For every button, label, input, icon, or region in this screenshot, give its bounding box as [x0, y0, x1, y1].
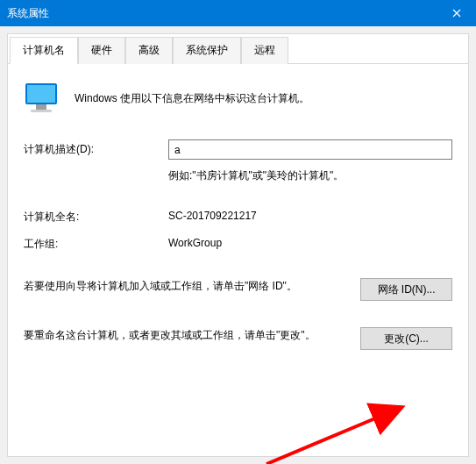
change-text: 要重命名这台计算机，或者更改其域或工作组，请单击"更改"。	[24, 327, 343, 344]
monitor-icon	[24, 82, 59, 115]
workgroup-label: 工作组:	[24, 237, 168, 252]
fullname-row: 计算机全名: SC-201709221217	[24, 210, 452, 225]
network-id-button[interactable]: 网络 ID(N)...	[360, 278, 452, 301]
dialog-body: 计算机名 硬件 高级 系统保护 远程 Windows 使用以下信息在网络中标识这…	[7, 33, 469, 457]
computer-name-panel: Windows 使用以下信息在网络中标识这台计算机。 计算机描述(D): 例如:…	[8, 64, 468, 368]
description-example: 例如:"书房计算机"或"美玲的计算机"。	[168, 168, 452, 183]
window-title: 系统属性	[7, 6, 49, 21]
workgroup-row: 工作组: WorkGroup	[24, 237, 452, 252]
tab-computer-name[interactable]: 计算机名	[10, 37, 78, 64]
intro-text: Windows 使用以下信息在网络中标识这台计算机。	[75, 91, 309, 106]
fullname-value: SC-201709221217	[168, 210, 452, 225]
close-button[interactable]	[437, 0, 476, 26]
svg-rect-2	[36, 104, 46, 110]
change-button[interactable]: 更改(C)...	[360, 327, 452, 350]
description-label: 计算机描述(D):	[24, 142, 168, 157]
network-id-row: 若要使用向导将计算机加入域或工作组，请单击"网络 ID"。 网络 ID(N)..…	[24, 278, 452, 301]
svg-rect-3	[31, 110, 52, 112]
workgroup-value: WorkGroup	[168, 237, 452, 252]
description-input[interactable]	[168, 139, 452, 160]
description-row: 计算机描述(D):	[24, 139, 452, 160]
intro-row: Windows 使用以下信息在网络中标识这台计算机。	[24, 82, 452, 115]
tab-remote[interactable]: 远程	[241, 37, 288, 64]
network-id-text: 若要使用向导将计算机加入域或工作组，请单击"网络 ID"。	[24, 278, 343, 295]
svg-rect-1	[27, 85, 55, 103]
change-row: 要重命名这台计算机，或者更改其域或工作组，请单击"更改"。 更改(C)...	[24, 327, 452, 350]
svg-line-4	[266, 407, 402, 464]
tab-advanced[interactable]: 高级	[125, 37, 173, 64]
tab-system-protection[interactable]: 系统保护	[173, 37, 241, 64]
tab-strip: 计算机名 硬件 高级 系统保护 远程	[8, 34, 468, 64]
annotation-arrow-icon	[262, 398, 420, 464]
tab-hardware[interactable]: 硬件	[78, 37, 125, 64]
titlebar: 系统属性	[0, 0, 476, 26]
fullname-label: 计算机全名:	[24, 210, 168, 225]
